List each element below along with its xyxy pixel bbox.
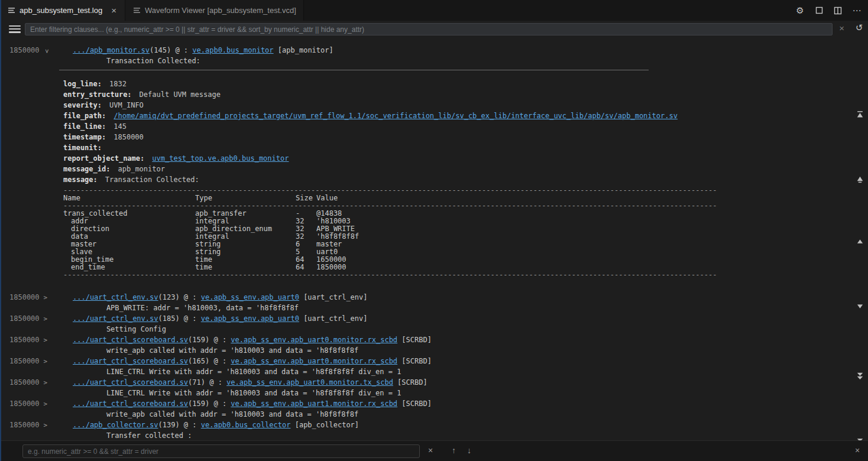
detail-field: timeunit: xyxy=(63,142,868,153)
nav-page-down-button[interactable] xyxy=(855,372,864,380)
cell-size: Size xyxy=(296,194,316,202)
cell-size: 32 xyxy=(296,233,316,241)
file-link[interactable]: .../uart_ctrl_env.sv xyxy=(73,293,158,301)
cell-value: Value xyxy=(316,194,868,202)
filter-input[interactable] xyxy=(25,23,833,35)
entry-header-line: .../uart_ctrl_env.sv(123) @ : ve.apb_ss_… xyxy=(63,292,868,303)
cell-value: 'h8f8f8f8f xyxy=(316,233,868,241)
scope-link[interactable]: ve.apb0.bus_collector xyxy=(201,421,291,429)
scope-link[interactable]: ve.apb_ss_env.apb_uart0.monitor.rx_scbd xyxy=(231,336,397,344)
log-entry: 1850000> .../uart_ctrl_scoreboard.sv(165… xyxy=(0,356,868,377)
cell-size: 64 xyxy=(296,264,316,271)
tab-log-file[interactable]: apb_subsystem_test.log × xyxy=(0,0,125,21)
filter-clear-icon[interactable]: × xyxy=(839,23,844,33)
entry-line-info: (123) @ : xyxy=(158,293,201,301)
file-link[interactable]: .../uart_ctrl_scoreboard.sv xyxy=(73,336,188,344)
entry-expand-chevron-icon[interactable]: > xyxy=(44,314,48,324)
detail-field: entry_structure:Default UVM message xyxy=(63,89,868,100)
nav-scroll-to-top-button[interactable] xyxy=(855,110,864,118)
entry-body: .../apb_collector.sv(139) @ : ve.apb0.bu… xyxy=(63,420,868,440)
refresh-icon[interactable]: ↻ xyxy=(856,22,863,33)
detail-field: report_object_name:uvm_test_top.ve.apb0.… xyxy=(63,153,868,164)
scope-link[interactable]: ve.apb_ss_env.apb_uart0.monitor.rx_scbd xyxy=(231,357,397,365)
find-next-icon[interactable]: ↓ xyxy=(467,446,471,455)
nav-previous-button[interactable] xyxy=(855,237,864,245)
cell-size: 64 xyxy=(296,256,316,264)
cell-name: Name xyxy=(63,194,195,202)
editor-tab-bar: apb_subsystem_test.log × Waveform Viewer… xyxy=(0,0,868,21)
settings-gear-icon[interactable]: ⚙ xyxy=(793,4,807,17)
scope-link[interactable]: ve.apb_ss_env.apb_uart1.monitor.rx_scbd xyxy=(231,400,397,408)
more-actions-icon[interactable]: ⋯ xyxy=(850,4,863,17)
scope-link[interactable]: ve.apb_ss_env.apb_uart0 xyxy=(201,314,299,323)
entry-expand-chevron-icon[interactable]: > xyxy=(44,335,48,346)
find-previous-icon[interactable]: ↑ xyxy=(452,446,456,455)
cell-size: - xyxy=(296,210,316,217)
file-link[interactable]: .../apb_monitor.sv xyxy=(73,46,150,54)
detail-value-link[interactable]: /home/amiq/dvt_predefined_projects_targe… xyxy=(114,112,678,120)
entry-gutter: 1850000> xyxy=(0,356,63,377)
entry-expand-chevron-icon[interactable]: > xyxy=(44,356,48,367)
cell-size: 32 xyxy=(296,225,316,233)
log-entry: 1850000> .../apb_collector.sv(139) @ : v… xyxy=(0,420,868,440)
cell-type: time xyxy=(195,264,296,271)
cell-value: master xyxy=(316,241,868,248)
file-link[interactable]: .../uart_ctrl_scoreboard.sv xyxy=(73,378,188,387)
nav-page-up-button[interactable] xyxy=(855,175,864,183)
log-entry: 1850000> .../apb_monitor.sv(145) @ : ve.… xyxy=(0,45,868,292)
dashed-separator: ----------------------------------------… xyxy=(63,202,717,210)
nav-next-button[interactable] xyxy=(855,302,864,310)
detail-key: message_id: xyxy=(63,165,110,173)
detail-field: timestamp:1850000 xyxy=(63,132,868,142)
entry-header-line: .../uart_ctrl_scoreboard.sv(165) @ : ve.… xyxy=(63,356,868,366)
keep-open-icon[interactable] xyxy=(812,4,825,17)
find-bar-close-icon[interactable]: × xyxy=(855,446,860,455)
entry-body: .../uart_ctrl_scoreboard.sv(165) @ : ve.… xyxy=(63,356,868,377)
transaction-table: ----------------------------------------… xyxy=(63,187,868,279)
tab-label: apb_subsystem_test.log xyxy=(20,6,102,15)
entry-line-info: (139) @ : xyxy=(158,421,201,429)
entry-body: .../uart_ctrl_scoreboard.sv(159) @ : ve.… xyxy=(63,398,868,420)
file-link[interactable]: .../uart_ctrl_scoreboard.sv xyxy=(73,400,188,408)
find-clear-icon[interactable]: × xyxy=(428,446,433,455)
cell-name: master xyxy=(63,241,195,248)
table-row: masterstring6master xyxy=(63,241,868,248)
entry-body: .../apb_monitor.sv(145) @ : ve.apb0.bus_… xyxy=(63,45,868,292)
scope-link[interactable]: ve.apb_ss_env.apb_uart0 xyxy=(201,293,299,301)
entry-gutter: 1850000> xyxy=(0,335,63,356)
split-editor-icon[interactable] xyxy=(831,4,844,17)
entry-header-line: .../uart_ctrl_scoreboard.sv(71) @ : ve.a… xyxy=(63,377,868,388)
scope-link[interactable]: ve.apb_ss_env.apb_uart0.monitor.tx_scbd xyxy=(226,378,393,387)
entry-body: .../uart_ctrl_env.sv(123) @ : ve.apb_ss_… xyxy=(63,292,868,313)
entry-expand-chevron-icon[interactable]: > xyxy=(44,293,48,303)
entry-expand-chevron-icon[interactable]: > xyxy=(44,420,48,431)
find-input[interactable] xyxy=(22,444,420,458)
filter-bar: × ↻ xyxy=(0,21,868,37)
scope-link[interactable]: ve.apb0.bus_monitor xyxy=(192,46,273,54)
entry-timestamp: 1850000 xyxy=(9,357,40,365)
tab-close-icon[interactable]: × xyxy=(110,6,118,15)
menu-icon[interactable] xyxy=(9,25,21,33)
tab-waveform-viewer[interactable]: Waveform Viewer [apb_subsystem_test.vcd] xyxy=(125,0,304,21)
entry-gutter: 1850000> xyxy=(0,420,63,440)
file-link[interactable]: .../apb_collector.sv xyxy=(73,421,158,429)
file-link[interactable]: .../uart_ctrl_scoreboard.sv xyxy=(73,357,188,365)
entry-body: .../uart_ctrl_scoreboard.sv(159) @ : ve.… xyxy=(63,335,868,356)
cell-type: integral xyxy=(195,233,296,241)
detail-value-link[interactable]: uvm_test_top.ve.apb0.bus_monitor xyxy=(152,154,289,163)
entry-gutter: 1850000> xyxy=(0,398,63,420)
entry-expand-chevron-icon[interactable]: > xyxy=(44,378,48,388)
editor-actions: ⚙ ⋯ xyxy=(793,0,863,21)
table-row: dataintegral32'h8f8f8f8f xyxy=(63,233,868,241)
table-row: directionapb_direction_enum32APB_WRITE xyxy=(63,225,868,233)
detail-key: file_path: xyxy=(63,112,106,120)
detail-key: log_line: xyxy=(63,80,102,88)
entry-expand-chevron-icon[interactable]: > xyxy=(44,399,48,410)
cell-value: 1650000 xyxy=(316,256,868,264)
file-link[interactable]: .../uart_ctrl_env.sv xyxy=(73,314,158,323)
detail-key: file_line: xyxy=(63,122,106,131)
nav-scroll-to-bottom-button[interactable] xyxy=(855,438,864,440)
detail-field: file_line:145 xyxy=(63,121,868,132)
entry-expand-chevron-icon[interactable]: > xyxy=(41,49,51,53)
detail-key: report_object_name: xyxy=(63,154,144,163)
